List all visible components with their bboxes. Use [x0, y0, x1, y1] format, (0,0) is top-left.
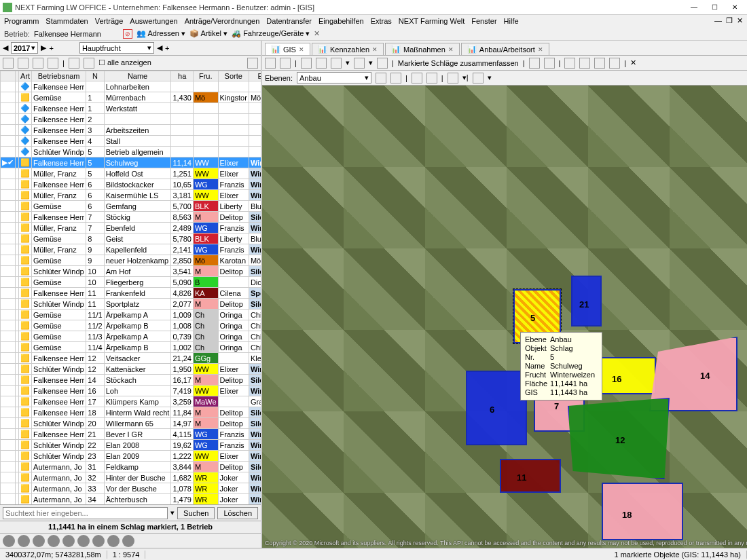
table-row[interactable]: 🔷Falkensee Herr2 [1, 114, 261, 125]
menu-verträge[interactable]: Verträge [95, 17, 124, 25]
table-row[interactable]: 🟨Gemüse11/2Ärpelkamp B1,008ChOringaChico… [1, 320, 261, 331]
table-row[interactable]: 🟨Gemüse11/1Ärpelkamp A1,009ChOringaChico… [1, 310, 261, 320]
bi8-icon[interactable] [107, 535, 120, 547]
table-row[interactable]: 🟨Autermann, Jo33Vor der Busche1,078WRJok… [1, 483, 261, 494]
tab-anbau/arbeitsort[interactable]: 📊Anbau/Arbeitsort✕ [461, 43, 549, 55]
tool7-icon[interactable] [247, 58, 258, 69]
zoom-out-icon[interactable] [390, 73, 401, 83]
table-row[interactable]: 🟨Gemüse11/3Ärpelkamp A0,739ChOringaChico… [1, 331, 261, 342]
tab-gis[interactable]: 📊GIS✕ [265, 43, 310, 55]
fav-icon[interactable] [69, 58, 79, 69]
hauptfrucht-select[interactable]: Hauptfrucht▾ [79, 42, 154, 54]
gis-t2-icon[interactable] [544, 58, 555, 69]
table-row[interactable]: ▶✔🟨Falkensee Herr5Schulweg11,14WWElixerW… [1, 157, 261, 168]
prev-icon[interactable]: ◀ [3, 43, 8, 52]
extent-icon[interactable] [426, 73, 437, 83]
map-canvas[interactable]: 521671614121118 EbeneAnbauObjektSchlagNr… [262, 86, 747, 548]
field-poly-6[interactable] [466, 371, 527, 445]
table-row[interactable]: 🟨Schlüter Windp23Elan 20091,222WWElixerW… [1, 451, 261, 462]
mdi-min[interactable]: — [714, 16, 722, 25]
layers-icon[interactable] [473, 73, 484, 83]
add-year-icon[interactable]: + [49, 44, 53, 52]
table-row[interactable]: 🟨Autermann, Jo31Feldkamp3,844MDelitopSil… [1, 462, 261, 472]
table-row[interactable]: 🟨Autermann, Jo34Ächterbusch1,479WRJokerW… [1, 494, 261, 505]
table-row[interactable]: 🟨Schlüter Windp22Elan 200819,62WGFranzis… [1, 440, 261, 451]
fields-grid[interactable]: ArtBetriebsnamNNamehaFru.SorteErnteprodu… [0, 71, 261, 504]
clear-button[interactable]: Löschen [217, 507, 258, 519]
gis-shape-icon[interactable] [316, 58, 327, 69]
gis-add-icon[interactable] [301, 58, 312, 69]
tab-maßnahmen[interactable]: 📊Maßnahmen✕ [385, 43, 460, 55]
col-header[interactable] [1, 71, 16, 81]
gis-tool2-icon[interactable] [280, 58, 291, 69]
gis-edit-icon[interactable] [354, 58, 365, 69]
gis-close-icon[interactable]: ✕ [630, 58, 636, 67]
table-row[interactable]: 🟨Falkensee Herr11Frankenfeld4,826KACilen… [1, 288, 261, 299]
col-header[interactable]: ha [171, 71, 194, 81]
menu-stammdaten[interactable]: Stammdaten [45, 17, 88, 25]
gis-poly-icon[interactable] [331, 58, 342, 69]
table-row[interactable]: 🟨Falkensee Herr16Loh7,419WWElixerWinterw… [1, 386, 261, 396]
tab-kennzahlen[interactable]: 📊Kennzahlen✕ [312, 43, 384, 55]
table-row[interactable]: 🟨Gemüse10Fliegerberg5,090BDicke Bohnen40… [1, 277, 261, 288]
table-row[interactable]: 🟨Schlüter Windp12Kattenäcker1,950WWElixe… [1, 364, 261, 375]
menubar[interactable]: ProgrammStammdatenVerträgeAuswertungenAn… [0, 15, 747, 27]
maximize-button[interactable]: ☐ [705, 1, 724, 14]
gis-t6-icon[interactable] [609, 58, 620, 69]
table-row[interactable]: 🟨Falkensee Herr21Bever I GR4,115WGFranzi… [1, 429, 261, 440]
back-icon[interactable]: ◀ [157, 43, 162, 52]
table-row[interactable]: 🟨Gemüse11/4Ärpelkamp B1,002ChOringaChico… [1, 342, 261, 353]
menu-auswertungen[interactable]: Auswertungen [130, 17, 177, 25]
tool3-icon[interactable] [33, 58, 43, 69]
table-row[interactable]: 🟨Falkensee Herr17Klümpers Kamp3,259MaWeG… [1, 396, 261, 407]
table-row[interactable]: 🟨Schlüter Windp11Sportplatz2,077MDelitop… [1, 299, 261, 310]
menu-datentransfer[interactable]: Datentransfer [266, 17, 312, 25]
field-poly-18[interactable] [602, 483, 683, 540]
table-row[interactable]: 🔷Falkensee Herr1Werkstatt [1, 103, 261, 114]
zoom-in-icon[interactable] [376, 73, 386, 83]
search-dropdown-icon[interactable]: ▾ [170, 508, 175, 517]
table-row[interactable]: 🟨Müller, Franz7Ebenfeld2,489WGFranzisWin… [1, 223, 261, 234]
gis-t1-icon[interactable] [529, 58, 540, 69]
close-button[interactable]: ✕ [725, 1, 744, 14]
table-row[interactable]: 🔷Falkensee Herr4Stall [1, 136, 261, 147]
table-row[interactable]: 🔷Falkensee HerrLohnarbeiten [1, 81, 261, 92]
table-row[interactable]: 🟨Falkensee Herr18Hinterm Wald recht11,84… [1, 407, 261, 418]
year-select[interactable]: 2017 ▾ [11, 42, 38, 54]
tool6-icon[interactable] [84, 58, 94, 69]
table-row[interactable]: 🔷Schlüter Windp5Betrieb allgemein [1, 147, 261, 157]
menu-programm[interactable]: Programm [4, 17, 39, 25]
bi4-icon[interactable] [48, 535, 60, 547]
mdi-restore[interactable]: ❐ [726, 16, 733, 25]
table-row[interactable]: 🟨Gemüse1Mürrenbach1,430MöKingstorMöhren7… [1, 92, 261, 103]
alle-anzeigen[interactable]: ☐ alle anzeigen [98, 58, 151, 67]
adressen-menu[interactable]: 👥 Adressen ▾ [136, 29, 185, 38]
bi3-icon[interactable] [33, 535, 45, 547]
menu-fenster[interactable]: Fenster [471, 17, 496, 25]
mdi-close[interactable]: ✕ [737, 16, 743, 25]
print-icon[interactable] [18, 58, 29, 69]
table-row[interactable]: 🟨Falkensee Herr7Stöckig8,563MDelitopSilo… [1, 212, 261, 223]
table-row[interactable]: 🔷Falkensee Herr3Arbeitszeiten [1, 125, 261, 136]
col-header[interactable]: Fru. [193, 71, 218, 81]
bi9-icon[interactable] [122, 535, 134, 547]
search-input[interactable] [3, 507, 168, 519]
tool1-icon[interactable] [3, 58, 14, 69]
bi7-icon[interactable] [92, 535, 105, 547]
bi6-icon[interactable] [77, 535, 90, 547]
table-row[interactable]: 🟨Gemüse9neuer Holzenkamp2,850MöKarotanMö… [1, 255, 261, 266]
next-icon[interactable]: ▶ [41, 43, 46, 52]
bi2-icon[interactable] [18, 535, 30, 547]
minimize-button[interactable]: — [685, 1, 704, 14]
gis-del-icon[interactable] [377, 58, 388, 69]
table-row[interactable]: 🟨Gemüse6Gemfang5,700BLKLibertyBlumenkohl… [1, 201, 261, 212]
field-poly-11[interactable] [500, 459, 561, 493]
table-row[interactable]: 🟨Autermann, Jo32Hinter der Busche1,682WR… [1, 472, 261, 483]
table-row[interactable]: 🟨Gemüse8Geist5,780BLKLibertyBlumenkohl (… [1, 234, 261, 244]
menu-anträge/verordnungen[interactable]: Anträge/Verordnungen [185, 17, 260, 25]
tool-icon[interactable]: ⊘ [123, 29, 132, 39]
table-row[interactable]: 🟨Falkensee Herr12Veitsacker21,24GGgKleeg… [1, 353, 261, 364]
close-toolbar-icon[interactable]: ✕ [314, 29, 320, 38]
col-header[interactable]: Ernteprodukt [249, 71, 261, 81]
col-header[interactable]: N [86, 71, 104, 81]
